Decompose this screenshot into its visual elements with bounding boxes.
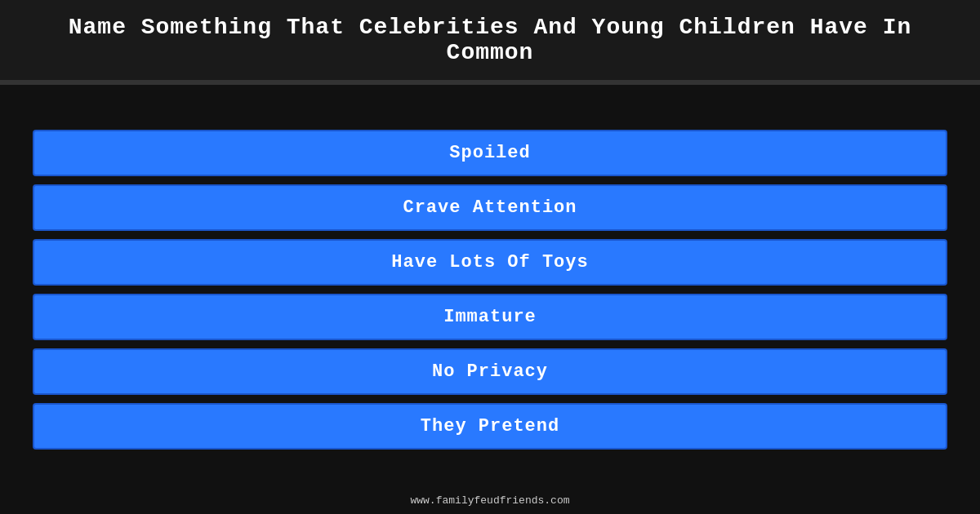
answer-row: Spoiled: [33, 130, 947, 176]
answer-row: Have Lots Of Toys: [33, 239, 947, 286]
answer-text-1: Spoiled: [449, 143, 530, 163]
question-title: Name Something That Celebrities And Youn…: [33, 15, 947, 65]
answer-text-2: Crave Attention: [403, 197, 577, 218]
answer-text-5: No Privacy: [432, 361, 548, 382]
footer: www.familyfeudfriends.com: [0, 488, 980, 514]
answer-row: Crave Attention: [33, 184, 947, 231]
question-header: Name Something That Celebrities And Youn…: [0, 0, 980, 80]
answer-text-4: Immature: [443, 307, 537, 327]
answer-row: They Pretend: [33, 403, 947, 450]
answer-row: No Privacy: [33, 348, 947, 395]
answer-row: Immature: [33, 294, 947, 340]
footer-url: www.familyfeudfriends.com: [410, 494, 569, 507]
answer-text-3: Have Lots Of Toys: [391, 252, 588, 273]
answers-list: SpoiledCrave AttentionHave Lots Of ToysI…: [0, 85, 980, 488]
answer-text-6: They Pretend: [421, 416, 559, 436]
